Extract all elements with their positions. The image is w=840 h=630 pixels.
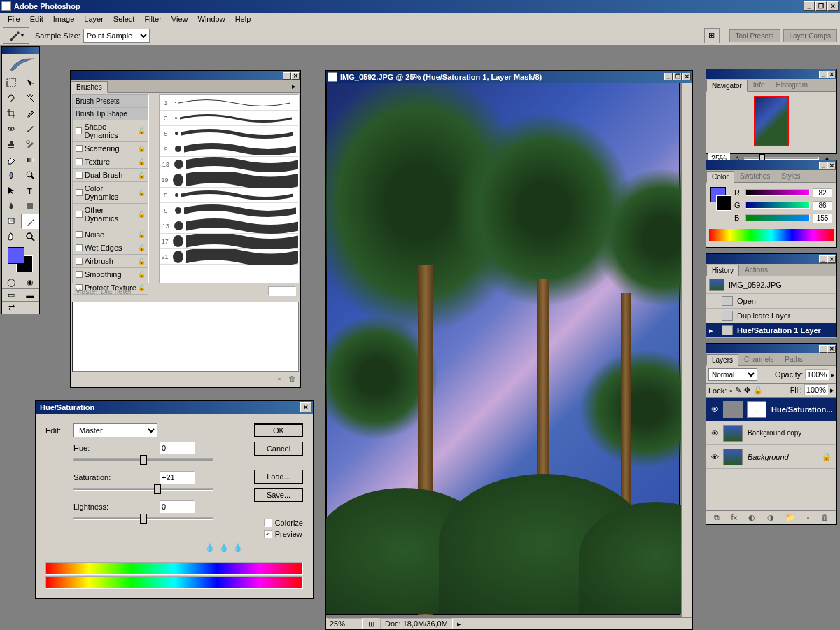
standard-mode-icon[interactable]: ◯ xyxy=(2,276,21,288)
visibility-icon[interactable]: 👁 xyxy=(708,405,721,414)
tab-swatches[interactable]: Swatches xyxy=(734,170,776,182)
lock-move-icon[interactable]: ✥ xyxy=(744,386,750,395)
opt-shape-dynamics[interactable]: Shape Dynamics🔒 xyxy=(73,120,148,142)
tab-channels[interactable]: Channels xyxy=(738,354,779,365)
history-brush-tool[interactable] xyxy=(21,136,40,152)
menu-view[interactable]: View xyxy=(167,13,193,24)
tab-paths[interactable]: Paths xyxy=(779,354,808,365)
screen-mode-3[interactable] xyxy=(21,301,40,314)
menu-help[interactable]: Help xyxy=(230,13,256,24)
notes-tool[interactable] xyxy=(2,214,21,229)
hist-min[interactable]: _ xyxy=(819,255,827,263)
brush-stroke-preview-list[interactable]: 1359131959131721 xyxy=(159,94,299,284)
r-value[interactable]: 82 xyxy=(813,188,832,197)
trash-icon[interactable]: 🗑 xyxy=(821,513,829,522)
tab-tool-presets[interactable]: Tool Presets xyxy=(729,29,780,42)
palette-well-icon[interactable]: ⊞ xyxy=(704,28,720,43)
blend-mode-select[interactable]: Normal xyxy=(708,368,757,381)
color-min[interactable]: _ xyxy=(819,162,827,169)
master-diameter-input[interactable] xyxy=(268,286,296,296)
cancel-button[interactable]: Cancel xyxy=(254,442,303,456)
opt-scattering[interactable]: Scattering🔒 xyxy=(73,142,148,155)
canvas[interactable] xyxy=(326,83,680,615)
hand-tool[interactable] xyxy=(2,229,21,244)
new-layer-icon[interactable]: ▫ xyxy=(807,513,810,522)
pen-tool[interactable] xyxy=(2,198,21,214)
brushes-close[interactable]: ✕ xyxy=(291,72,300,80)
color-swatches[interactable] xyxy=(710,187,732,218)
history-step-huesat[interactable]: ▸Hue/Saturation 1 Layer xyxy=(706,323,836,338)
gradient-tool[interactable] xyxy=(21,152,40,167)
adjustment-icon[interactable]: ◑ xyxy=(767,513,774,522)
stamp-tool[interactable] xyxy=(2,136,21,152)
saturation-slider[interactable] xyxy=(74,488,214,491)
g-value[interactable]: 86 xyxy=(813,201,832,210)
tab-history[interactable]: History xyxy=(706,265,739,276)
healing-tool[interactable] xyxy=(2,121,21,136)
opt-airbrush[interactable]: Airbrush🔒 xyxy=(73,255,148,268)
lock-transparency-icon[interactable]: ▫ xyxy=(729,386,732,395)
path-select-tool[interactable] xyxy=(2,183,21,198)
opacity-input[interactable]: 100% xyxy=(805,369,829,380)
history-step-duplicate[interactable]: Duplicate Layer xyxy=(706,309,836,323)
menu-layer[interactable]: Layer xyxy=(79,13,108,24)
saturation-value[interactable]: +21 xyxy=(160,471,195,484)
tab-actions[interactable]: Actions xyxy=(739,264,774,276)
eyedropper-plus-icon[interactable]: 💧 xyxy=(219,543,229,552)
lock-paint-icon[interactable]: ✎ xyxy=(735,386,741,395)
type-tool[interactable]: T xyxy=(21,183,40,198)
tab-histogram[interactable]: Histogram xyxy=(771,79,814,91)
menu-file[interactable]: File xyxy=(3,13,25,24)
visibility-icon[interactable]: 👁 xyxy=(708,429,721,438)
tab-styles[interactable]: Styles xyxy=(776,170,806,182)
lasso-tool[interactable] xyxy=(2,90,21,106)
dialog-close[interactable]: ✕ xyxy=(300,402,312,412)
move-tool[interactable] xyxy=(21,75,40,90)
nav-close[interactable]: ✕ xyxy=(827,71,836,78)
menu-select[interactable]: Select xyxy=(108,13,140,24)
tab-info[interactable]: Info xyxy=(748,79,771,91)
brush-preset-row[interactable]: 17 xyxy=(160,234,298,249)
preview-checkbox[interactable]: ✓Preview xyxy=(264,530,303,538)
menu-edit[interactable]: Edit xyxy=(25,13,48,24)
layer-huesat[interactable]: 👁 Hue/Saturation... xyxy=(706,398,836,421)
brush-presets-header[interactable]: Brush Presets xyxy=(73,95,148,108)
new-brush-icon[interactable]: ▫ xyxy=(278,374,281,383)
tab-brushes[interactable]: Brushes xyxy=(71,81,108,93)
layers-min[interactable]: _ xyxy=(819,345,827,353)
menu-window[interactable]: Window xyxy=(193,13,230,24)
menu-image[interactable]: Image xyxy=(48,13,80,24)
canvas-area[interactable] xyxy=(326,83,692,617)
brush-preset-row[interactable]: 19 xyxy=(160,172,298,188)
brushes-minimize[interactable]: _ xyxy=(283,72,291,80)
current-tool-icon[interactable]: ▼ xyxy=(3,27,29,44)
tab-navigator[interactable]: Navigator xyxy=(706,80,748,92)
save-button[interactable]: Save... xyxy=(254,488,303,502)
dodge-tool[interactable] xyxy=(21,167,40,183)
eyedropper-icon[interactable]: 💧 xyxy=(205,543,215,552)
brush-preset-row[interactable]: 3 xyxy=(160,111,298,126)
maximize-button[interactable]: ❐ xyxy=(816,1,827,11)
brush-tip-shape[interactable]: Brush Tip Shape xyxy=(73,108,148,120)
opt-noise[interactable]: Noise🔒 xyxy=(73,228,148,241)
color-picker[interactable] xyxy=(2,244,39,276)
brush-preset-row[interactable]: 1 xyxy=(160,95,298,111)
doc-close[interactable]: ✕ xyxy=(682,73,691,80)
b-value[interactable]: 155 xyxy=(813,214,832,223)
eyedropper-minus-icon[interactable]: 💧 xyxy=(233,543,243,552)
visibility-icon[interactable]: 👁 xyxy=(708,453,721,461)
marquee-tool[interactable] xyxy=(2,75,21,90)
wand-tool[interactable] xyxy=(21,90,40,106)
color-close[interactable]: ✕ xyxy=(827,162,836,169)
opt-texture[interactable]: Texture🔒 xyxy=(73,155,148,169)
lock-all-icon[interactable]: 🔒 xyxy=(753,386,763,395)
navigator-thumbnail[interactable] xyxy=(754,96,789,146)
opt-other-dynamics[interactable]: Other Dynamics🔒 xyxy=(73,204,148,225)
b-slider[interactable] xyxy=(746,214,810,221)
tab-layers[interactable]: Layers xyxy=(706,354,738,366)
hue-value[interactable]: 0 xyxy=(160,442,195,454)
brush-tool[interactable] xyxy=(21,121,40,136)
fx-icon[interactable]: fx xyxy=(732,513,738,522)
doc-maximize[interactable]: ❐ xyxy=(673,73,682,80)
opt-wet-edges[interactable]: Wet Edges🔒 xyxy=(73,241,148,255)
